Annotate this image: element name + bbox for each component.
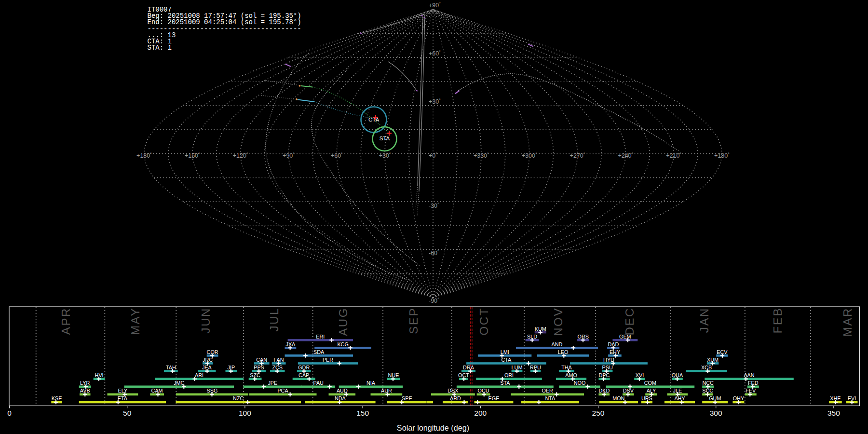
svg-text:AMO: AMO <box>565 372 577 378</box>
svg-text:JMC: JMC <box>174 380 184 386</box>
svg-text:PCA: PCA <box>277 388 288 393</box>
svg-text:NTA: NTA <box>545 395 556 401</box>
svg-text:NZC: NZC <box>233 395 244 401</box>
svg-text:AUR: AUR <box>381 388 392 393</box>
svg-text:200: 200 <box>474 409 487 417</box>
svg-text:STA: 1: STA: 1 <box>148 44 172 52</box>
svg-text:350: 350 <box>827 409 840 417</box>
svg-text:MAR: MAR <box>841 307 854 337</box>
svg-text:OCT: OCT <box>477 307 490 335</box>
svg-text:OCU: OCU <box>478 388 489 393</box>
svg-text:EHY: EHY <box>610 349 620 355</box>
svg-text:LEO: LEO <box>558 349 569 355</box>
svg-text:+150°: +150° <box>185 152 200 159</box>
svg-text:DEC: DEC <box>623 307 636 335</box>
svg-text:ETA: ETA <box>118 395 128 401</box>
svg-text:100: 100 <box>239 409 251 417</box>
svg-text:DSX: DSX <box>448 388 458 393</box>
svg-text:NOO: NOO <box>574 380 586 386</box>
svg-text:250: 250 <box>592 409 605 417</box>
svg-text:STA: STA <box>500 380 510 386</box>
svg-text:50: 50 <box>123 409 132 417</box>
svg-text:+30°: +30° <box>429 98 441 105</box>
svg-text:JPE: JPE <box>268 380 277 386</box>
svg-text:TAH: TAH <box>166 365 176 370</box>
svg-text:ORI: ORI <box>504 372 514 378</box>
svg-text:+60°: +60° <box>331 152 343 159</box>
svg-text:+300°: +300° <box>522 152 537 159</box>
svg-text:SEP: SEP <box>407 307 420 334</box>
svg-text:LYR: LYR <box>80 380 90 386</box>
svg-text:+60°: +60° <box>429 50 441 57</box>
svg-text:JUN: JUN <box>199 307 212 333</box>
svg-text:GEM: GEM <box>619 334 631 339</box>
svg-text:0: 0 <box>7 409 12 417</box>
svg-text:CAM: CAM <box>151 388 163 393</box>
svg-text:FEV: FEV <box>746 388 756 393</box>
svg-text:AND: AND <box>552 341 563 347</box>
svg-text:+0°: +0° <box>429 152 437 159</box>
svg-text:+90°: +90° <box>429 1 441 9</box>
svg-text:ERI: ERI <box>316 334 325 339</box>
svg-text:300: 300 <box>710 409 722 417</box>
svg-text:+90°: +90° <box>283 152 295 159</box>
svg-text:+180°: +180° <box>136 152 152 159</box>
svg-text:+270°: +270° <box>570 152 585 159</box>
svg-text:NOV: NOV <box>552 307 565 336</box>
svg-text:DPC: DPC <box>599 372 610 378</box>
svg-text:PSU: PSU <box>602 365 613 370</box>
svg-text:SDA: SDA <box>313 349 325 355</box>
svg-text:ELY: ELY <box>118 388 128 393</box>
svg-text:JXA: JXA <box>285 341 296 347</box>
svg-text:+210°: +210° <box>666 152 681 159</box>
svg-text:-90°: -90° <box>429 297 439 304</box>
svg-text:NDA: NDA <box>335 395 346 401</box>
svg-text:Solar longitude (deg): Solar longitude (deg) <box>397 423 469 432</box>
svg-text:SPE: SPE <box>402 395 412 401</box>
svg-text:+30°: +30° <box>379 152 391 159</box>
svg-text:XCB: XCB <box>701 365 712 370</box>
svg-text:APR: APR <box>59 307 72 335</box>
svg-text:COM: COM <box>644 380 656 386</box>
svg-text:150: 150 <box>356 409 369 417</box>
svg-text:STA: STA <box>380 136 390 141</box>
svg-text:MAY: MAY <box>129 307 142 335</box>
svg-text:+240°: +240° <box>618 152 633 159</box>
svg-text:THA: THA <box>561 365 572 370</box>
svg-text:AUG: AUG <box>337 307 350 336</box>
svg-text:PER: PER <box>323 357 333 363</box>
svg-text:MON: MON <box>612 395 624 401</box>
svg-text:OER: OER <box>542 388 553 393</box>
svg-text:EGE: EGE <box>488 395 500 401</box>
svg-text:JUL: JUL <box>268 307 281 331</box>
svg-text:AHY: AHY <box>674 395 685 401</box>
svg-text:URS: URS <box>641 395 652 401</box>
svg-text:JAN: JAN <box>698 307 711 333</box>
svg-text:KCG: KCG <box>337 341 348 347</box>
svg-text:PAU: PAU <box>313 380 323 386</box>
svg-text:-30°: -30° <box>429 202 439 209</box>
svg-text:+330°: +330° <box>474 152 489 159</box>
svg-text:KSE: KSE <box>52 395 62 401</box>
svg-text:-60°: -60° <box>429 249 439 257</box>
svg-text:NIA: NIA <box>366 380 376 386</box>
svg-text:DRA: DRA <box>463 365 475 370</box>
svg-text:ARD: ARD <box>450 395 461 401</box>
svg-text:+120°: +120° <box>233 152 248 159</box>
svg-text:+180°: +180° <box>714 152 730 159</box>
svg-text:FEB: FEB <box>771 307 784 333</box>
svg-text:ARI: ARI <box>195 372 203 378</box>
svg-text:CTA: CTA <box>368 117 379 122</box>
svg-text:CTA: CTA <box>502 357 512 363</box>
